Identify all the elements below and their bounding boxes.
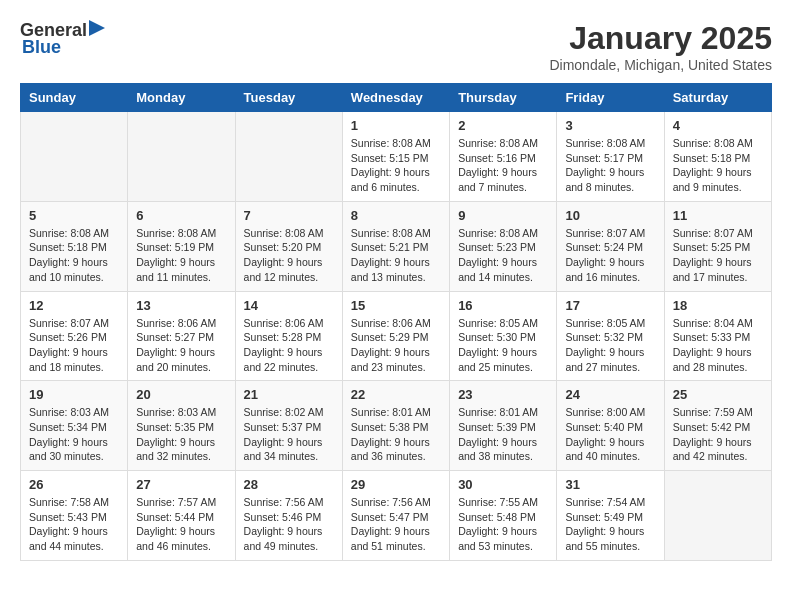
day-number: 6	[136, 208, 226, 223]
calendar-cell: 22Sunrise: 8:01 AM Sunset: 5:38 PM Dayli…	[342, 381, 449, 471]
calendar-cell: 20Sunrise: 8:03 AM Sunset: 5:35 PM Dayli…	[128, 381, 235, 471]
logo-container: General	[20, 20, 93, 41]
day-info: Sunrise: 8:08 AM Sunset: 5:17 PM Dayligh…	[565, 136, 655, 195]
day-info: Sunrise: 8:07 AM Sunset: 5:25 PM Dayligh…	[673, 226, 763, 285]
day-number: 8	[351, 208, 441, 223]
day-info: Sunrise: 8:08 AM Sunset: 5:16 PM Dayligh…	[458, 136, 548, 195]
calendar-cell: 5Sunrise: 8:08 AM Sunset: 5:18 PM Daylig…	[21, 201, 128, 291]
month-title: January 2025	[549, 20, 772, 57]
day-info: Sunrise: 8:06 AM Sunset: 5:27 PM Dayligh…	[136, 316, 226, 375]
day-number: 28	[244, 477, 334, 492]
day-info: Sunrise: 7:55 AM Sunset: 5:48 PM Dayligh…	[458, 495, 548, 554]
day-info: Sunrise: 8:01 AM Sunset: 5:38 PM Dayligh…	[351, 405, 441, 464]
day-info: Sunrise: 7:56 AM Sunset: 5:47 PM Dayligh…	[351, 495, 441, 554]
day-number: 1	[351, 118, 441, 133]
day-number: 3	[565, 118, 655, 133]
calendar-cell: 12Sunrise: 8:07 AM Sunset: 5:26 PM Dayli…	[21, 291, 128, 381]
day-info: Sunrise: 8:06 AM Sunset: 5:29 PM Dayligh…	[351, 316, 441, 375]
day-info: Sunrise: 8:07 AM Sunset: 5:26 PM Dayligh…	[29, 316, 119, 375]
weekday-header-tuesday: Tuesday	[235, 84, 342, 112]
day-info: Sunrise: 8:00 AM Sunset: 5:40 PM Dayligh…	[565, 405, 655, 464]
day-number: 31	[565, 477, 655, 492]
weekday-header-sunday: Sunday	[21, 84, 128, 112]
day-info: Sunrise: 8:07 AM Sunset: 5:24 PM Dayligh…	[565, 226, 655, 285]
day-number: 25	[673, 387, 763, 402]
day-info: Sunrise: 8:08 AM Sunset: 5:18 PM Dayligh…	[29, 226, 119, 285]
day-number: 20	[136, 387, 226, 402]
calendar-week-5: 26Sunrise: 7:58 AM Sunset: 5:43 PM Dayli…	[21, 471, 772, 561]
calendar-cell: 21Sunrise: 8:02 AM Sunset: 5:37 PM Dayli…	[235, 381, 342, 471]
calendar-cell: 16Sunrise: 8:05 AM Sunset: 5:30 PM Dayli…	[450, 291, 557, 381]
day-number: 4	[673, 118, 763, 133]
location: Dimondale, Michigan, United States	[549, 57, 772, 73]
day-number: 16	[458, 298, 548, 313]
day-info: Sunrise: 7:58 AM Sunset: 5:43 PM Dayligh…	[29, 495, 119, 554]
day-number: 22	[351, 387, 441, 402]
day-info: Sunrise: 8:08 AM Sunset: 5:15 PM Dayligh…	[351, 136, 441, 195]
calendar-cell: 1Sunrise: 8:08 AM Sunset: 5:15 PM Daylig…	[342, 112, 449, 202]
day-info: Sunrise: 7:57 AM Sunset: 5:44 PM Dayligh…	[136, 495, 226, 554]
day-info: Sunrise: 8:08 AM Sunset: 5:19 PM Dayligh…	[136, 226, 226, 285]
day-number: 23	[458, 387, 548, 402]
calendar-cell: 26Sunrise: 7:58 AM Sunset: 5:43 PM Dayli…	[21, 471, 128, 561]
title-block: January 2025 Dimondale, Michigan, United…	[549, 20, 772, 73]
day-info: Sunrise: 8:05 AM Sunset: 5:32 PM Dayligh…	[565, 316, 655, 375]
day-info: Sunrise: 8:08 AM Sunset: 5:18 PM Dayligh…	[673, 136, 763, 195]
day-info: Sunrise: 8:05 AM Sunset: 5:30 PM Dayligh…	[458, 316, 548, 375]
day-number: 15	[351, 298, 441, 313]
weekday-header-row: SundayMondayTuesdayWednesdayThursdayFrid…	[21, 84, 772, 112]
calendar-cell: 30Sunrise: 7:55 AM Sunset: 5:48 PM Dayli…	[450, 471, 557, 561]
calendar-cell: 14Sunrise: 8:06 AM Sunset: 5:28 PM Dayli…	[235, 291, 342, 381]
calendar-cell	[21, 112, 128, 202]
day-info: Sunrise: 7:56 AM Sunset: 5:46 PM Dayligh…	[244, 495, 334, 554]
calendar-cell: 19Sunrise: 8:03 AM Sunset: 5:34 PM Dayli…	[21, 381, 128, 471]
calendar-cell: 27Sunrise: 7:57 AM Sunset: 5:44 PM Dayli…	[128, 471, 235, 561]
calendar-cell	[128, 112, 235, 202]
day-number: 18	[673, 298, 763, 313]
weekday-header-thursday: Thursday	[450, 84, 557, 112]
day-number: 29	[351, 477, 441, 492]
calendar-cell: 24Sunrise: 8:00 AM Sunset: 5:40 PM Dayli…	[557, 381, 664, 471]
calendar-cell: 13Sunrise: 8:06 AM Sunset: 5:27 PM Dayli…	[128, 291, 235, 381]
calendar-cell: 17Sunrise: 8:05 AM Sunset: 5:32 PM Dayli…	[557, 291, 664, 381]
calendar-week-2: 5Sunrise: 8:08 AM Sunset: 5:18 PM Daylig…	[21, 201, 772, 291]
day-number: 9	[458, 208, 548, 223]
calendar-cell: 7Sunrise: 8:08 AM Sunset: 5:20 PM Daylig…	[235, 201, 342, 291]
calendar-week-1: 1Sunrise: 8:08 AM Sunset: 5:15 PM Daylig…	[21, 112, 772, 202]
calendar-cell: 8Sunrise: 8:08 AM Sunset: 5:21 PM Daylig…	[342, 201, 449, 291]
calendar-week-4: 19Sunrise: 8:03 AM Sunset: 5:34 PM Dayli…	[21, 381, 772, 471]
day-info: Sunrise: 8:08 AM Sunset: 5:21 PM Dayligh…	[351, 226, 441, 285]
logo-arrow-icon	[89, 20, 105, 36]
day-number: 17	[565, 298, 655, 313]
day-info: Sunrise: 8:04 AM Sunset: 5:33 PM Dayligh…	[673, 316, 763, 375]
calendar-cell: 6Sunrise: 8:08 AM Sunset: 5:19 PM Daylig…	[128, 201, 235, 291]
day-number: 27	[136, 477, 226, 492]
day-number: 24	[565, 387, 655, 402]
day-info: Sunrise: 8:08 AM Sunset: 5:23 PM Dayligh…	[458, 226, 548, 285]
day-info: Sunrise: 8:03 AM Sunset: 5:34 PM Dayligh…	[29, 405, 119, 464]
calendar-cell: 29Sunrise: 7:56 AM Sunset: 5:47 PM Dayli…	[342, 471, 449, 561]
calendar-cell: 10Sunrise: 8:07 AM Sunset: 5:24 PM Dayli…	[557, 201, 664, 291]
calendar-cell: 18Sunrise: 8:04 AM Sunset: 5:33 PM Dayli…	[664, 291, 771, 381]
day-info: Sunrise: 8:08 AM Sunset: 5:20 PM Dayligh…	[244, 226, 334, 285]
calendar-table: SundayMondayTuesdayWednesdayThursdayFrid…	[20, 83, 772, 561]
calendar-cell: 3Sunrise: 8:08 AM Sunset: 5:17 PM Daylig…	[557, 112, 664, 202]
calendar-week-3: 12Sunrise: 8:07 AM Sunset: 5:26 PM Dayli…	[21, 291, 772, 381]
day-number: 10	[565, 208, 655, 223]
calendar-cell	[664, 471, 771, 561]
day-number: 14	[244, 298, 334, 313]
logo-general: General	[20, 20, 87, 40]
day-number: 19	[29, 387, 119, 402]
calendar-cell: 9Sunrise: 8:08 AM Sunset: 5:23 PM Daylig…	[450, 201, 557, 291]
day-info: Sunrise: 8:06 AM Sunset: 5:28 PM Dayligh…	[244, 316, 334, 375]
day-number: 5	[29, 208, 119, 223]
calendar-cell: 11Sunrise: 8:07 AM Sunset: 5:25 PM Dayli…	[664, 201, 771, 291]
day-number: 7	[244, 208, 334, 223]
day-info: Sunrise: 8:03 AM Sunset: 5:35 PM Dayligh…	[136, 405, 226, 464]
day-number: 2	[458, 118, 548, 133]
day-number: 26	[29, 477, 119, 492]
svg-marker-0	[89, 20, 105, 36]
weekday-header-wednesday: Wednesday	[342, 84, 449, 112]
day-number: 21	[244, 387, 334, 402]
day-number: 30	[458, 477, 548, 492]
